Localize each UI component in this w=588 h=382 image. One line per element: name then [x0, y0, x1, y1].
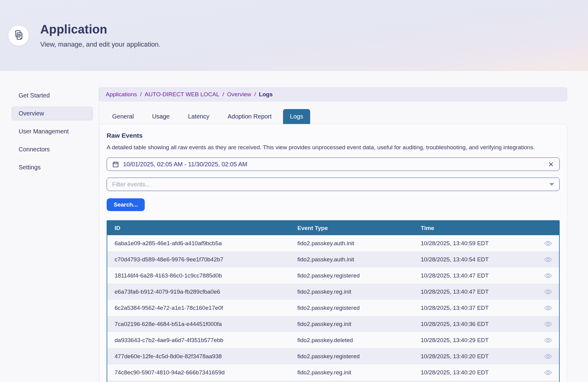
eye-icon: [544, 320, 552, 328]
table-row: 7ca02196-628e-4684-b51a-e44451f000fa fid…: [107, 316, 559, 332]
event-time-cell: 10/28/2025, 13:40:36 EDT: [413, 316, 529, 332]
sidebar-item-get-started[interactable]: Get Started: [12, 89, 93, 102]
filter-events-placeholder: Filter events...: [112, 181, 151, 188]
x-icon[interactable]: [548, 161, 554, 168]
view-event-button[interactable]: [543, 239, 553, 248]
breadcrumb-separator: /: [254, 91, 256, 98]
sidebar-item-connectors[interactable]: Connectors: [12, 143, 93, 156]
table-row-partial: [107, 380, 559, 382]
event-time-cell: 10/28/2025, 13:40:20 EDT: [413, 348, 529, 364]
sidebar: Get Started Overview User Management Con…: [0, 71, 99, 179]
event-time-cell: 10/28/2025, 13:40:20 EDT: [413, 364, 529, 380]
eye-icon: [544, 336, 552, 345]
event-id-cell: 7ca02196-628e-4684-b51a-e44451f000fa: [107, 316, 290, 332]
tab-usage[interactable]: Usage: [145, 109, 177, 124]
event-type-cell: fido2.passkey.reg.init: [290, 364, 413, 380]
event-time-cell: 10/28/2025, 13:40:47 EDT: [413, 267, 529, 284]
app-icon-badge: [9, 26, 29, 46]
event-id-cell: 6c2a5384-9562-4e72-a1e1-78c160e17e0f: [107, 300, 290, 316]
event-type-cell: fido2.passkey.registered: [290, 267, 413, 284]
table-row: 6c2a5384-9562-4e72-a1e1-78c160e17e0f fid…: [107, 300, 559, 316]
event-type-cell: fido2.passkey.deleted: [290, 332, 413, 348]
view-event-button[interactable]: [543, 271, 553, 281]
raw-events-table: ID Event Type Time 6aba1e09-a285-46e1-af…: [107, 220, 560, 382]
main-panel: Applications / AUTO-DIRECT WEB LOCAL / O…: [99, 71, 567, 382]
event-type-cell: fido2.passkey.reg.init: [290, 284, 413, 300]
eye-icon: [544, 271, 552, 280]
event-type-cell: fido2.passkey.registered: [290, 348, 413, 364]
event-time-cell: 10/28/2025, 13:40:37 EDT: [413, 300, 529, 316]
view-event-button[interactable]: [543, 335, 553, 345]
event-time-cell: 10/28/2025, 13:40:47 EDT: [413, 284, 529, 300]
tab-latency[interactable]: Latency: [181, 109, 216, 124]
breadcrumb: Applications / AUTO-DIRECT WEB LOCAL / O…: [99, 87, 567, 101]
tab-adoption-report[interactable]: Adoption Report: [221, 109, 279, 124]
view-event-button[interactable]: [543, 368, 553, 377]
calendar-icon: [112, 161, 119, 168]
event-id-cell: 74c8ec90-5907-4810-94a2-666b7341659d: [107, 364, 290, 380]
eye-icon: [544, 239, 552, 248]
page-title: Application: [40, 23, 161, 36]
sidebar-item-user-management[interactable]: User Management: [12, 125, 93, 138]
event-id-cell: c70d4793-d589-48e6-9976-9ee1f70b42b7: [107, 251, 290, 267]
table-header-row: ID Event Type Time: [107, 221, 559, 235]
documents-icon: [13, 29, 24, 42]
table-row: 74c8ec90-5907-4810-94a2-666b7341659d fid…: [107, 364, 559, 380]
view-event-button[interactable]: [543, 352, 553, 361]
filter-events-input[interactable]: Filter events...: [107, 178, 560, 191]
eye-icon: [544, 288, 552, 296]
tab-logs[interactable]: Logs: [283, 109, 310, 124]
table-row: 6aba1e09-a285-46e1-afd6-a410af9bcb5a fid…: [107, 235, 559, 251]
tab-bar: General Usage Latency Adoption Report Lo…: [99, 109, 567, 124]
search-button[interactable]: Search...: [107, 198, 145, 211]
eye-icon: [544, 352, 552, 361]
sidebar-item-overview[interactable]: Overview: [12, 107, 93, 120]
table-row: 477de60e-12fe-4c5d-8d0e-82f3478aa938 fid…: [107, 348, 559, 364]
page-subtitle: View, manage, and edit your application.: [40, 41, 161, 48]
event-time-cell: 10/28/2025, 13:40:54 EDT: [413, 251, 529, 267]
eye-icon: [544, 255, 552, 264]
view-event-button[interactable]: [543, 255, 553, 264]
column-header-id: ID: [107, 221, 290, 235]
breadcrumb-link-overview[interactable]: Overview: [227, 91, 251, 98]
raw-events-card: Raw Events A detailed table showing all …: [99, 124, 567, 382]
content-area: Get Started Overview User Management Con…: [0, 71, 588, 382]
column-header-actions: [529, 221, 559, 235]
view-event-button[interactable]: [543, 303, 553, 313]
event-id-cell: e6a73fa6-b912-4079-919a-fb289cfba0e6: [107, 284, 290, 300]
column-header-event-type: Event Type: [290, 221, 413, 235]
breadcrumb-link-applications[interactable]: Applications: [106, 91, 137, 98]
breadcrumb-separator: /: [140, 91, 141, 98]
event-id-cell: 181146f4-6a28-4163-86c0-1c9cc7885d0b: [107, 267, 290, 284]
breadcrumb-current-logs: Logs: [259, 91, 273, 98]
table-row: 181146f4-6a28-4163-86c0-1c9cc7885d0b fid…: [107, 267, 559, 284]
table-row: e6a73fa6-b912-4079-919a-fb289cfba0e6 fid…: [107, 284, 559, 300]
event-id-cell: 6aba1e09-a285-46e1-afd6-a410af9bcb5a: [107, 235, 290, 251]
event-type-cell: fido2.passkey.registered: [290, 300, 413, 316]
event-id-cell: 477de60e-12fe-4c5d-8d0e-82f3478aa938: [107, 348, 290, 364]
event-type-cell: fido2.passkey.reg.init: [290, 316, 413, 332]
breadcrumb-separator: /: [222, 91, 224, 98]
raw-events-description: A detailed table showing all raw events …: [107, 144, 560, 151]
event-type-cell: fido2.passkey.auth.init: [290, 251, 413, 267]
view-event-button[interactable]: [543, 287, 553, 297]
table-row: c70d4793-d589-48e6-9976-9ee1f70b42b7 fid…: [107, 251, 559, 267]
event-id-cell: da933643-c7b2-4ae9-a6d7-4f351b577ebb: [107, 332, 290, 348]
view-event-button[interactable]: [543, 319, 553, 329]
date-range-value: 10/01/2025, 02:05 AM - 11/30/2025, 02:05…: [123, 161, 247, 168]
table-row: da933643-c7b2-4ae9-a6d7-4f351b577ebb fid…: [107, 332, 559, 348]
breadcrumb-link-app-name[interactable]: AUTO-DIRECT WEB LOCAL: [145, 91, 219, 98]
event-time-cell: 10/28/2025, 13:40:29 EDT: [413, 332, 529, 348]
sidebar-item-settings[interactable]: Settings: [12, 161, 93, 174]
table-body: 6aba1e09-a285-46e1-afd6-a410af9bcb5a fid…: [107, 235, 559, 382]
event-time-cell: 10/28/2025, 13:40:59 EDT: [413, 235, 529, 251]
eye-icon: [544, 304, 552, 312]
eye-icon: [544, 368, 552, 377]
page-header: Application View, manage, and edit your …: [0, 0, 588, 71]
raw-events-title: Raw Events: [107, 132, 560, 139]
date-range-input[interactable]: 10/01/2025, 02:05 AM - 11/30/2025, 02:05…: [107, 157, 560, 171]
caret-down-icon[interactable]: [549, 183, 554, 186]
column-header-time: Time: [413, 221, 529, 235]
event-type-cell: fido2.passkey.auth.init: [290, 235, 413, 251]
tab-general[interactable]: General: [105, 109, 141, 124]
